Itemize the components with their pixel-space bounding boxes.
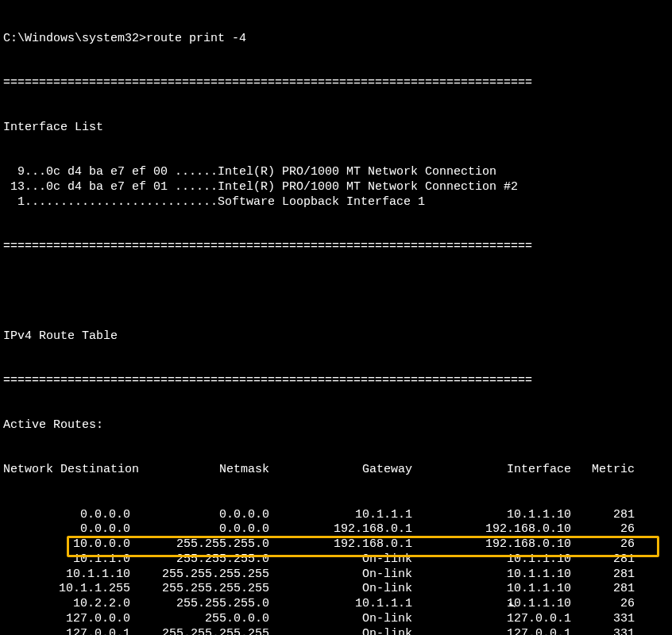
route-cell-m: 26 (579, 597, 643, 612)
route-cell-mask: 255.255.255.255 (138, 582, 277, 597)
route-cell-gw: 192.168.0.1 (277, 522, 420, 537)
route-cell-gw: On-link (277, 627, 420, 636)
route-cell-mask: 255.255.255.255 (138, 627, 277, 636)
route-cell-dest: 0.0.0.0 (3, 508, 138, 523)
route-cell-dest: 10.1.1.0 (3, 552, 138, 568)
route-cell-m: 281 (579, 552, 643, 568)
route-row: 10.2.2.0255.255.255.010.1.1.110.1.1.1026 (3, 597, 669, 612)
header-interface: Interface (420, 463, 579, 478)
route-cell-if: 192.168.0.10 (420, 537, 579, 552)
route-cell-if: 192.168.0.10 (420, 522, 579, 537)
route-cell-if: 10.1.1.10 (420, 552, 579, 568)
route-cell-mask: 255.255.255.0 (138, 597, 277, 612)
route-row: 127.0.0.0255.0.0.0On-link127.0.0.1331 (3, 612, 669, 627)
header-netmask: Netmask (138, 463, 277, 478)
route-cell-dest: 10.1.1.255 (3, 582, 138, 597)
route-cell-gw: On-link (277, 582, 420, 597)
route-cell-if: 10.1.1.10 (420, 597, 579, 612)
interface-list-title: Interface List (3, 121, 669, 136)
route-cell-mask: 255.0.0.0 (138, 612, 277, 627)
route-cell-dest: 127.0.0.0 (3, 612, 138, 627)
command-prompt-line: C:\Windows\system32>route print -4 (3, 32, 669, 47)
route-cell-dest: 10.0.0.0 (3, 537, 138, 552)
route-cell-gw: On-link (277, 568, 420, 583)
route-cell-if: 10.1.1.10 (420, 582, 579, 597)
route-row: 10.1.1.255255.255.255.255On-link10.1.1.1… (3, 582, 669, 597)
route-cell-gw: 10.1.1.1 (277, 597, 420, 612)
route-cell-if: 10.1.1.10 (420, 568, 579, 583)
interface-list-item: 9...0c d4 ba e7 ef 00 ......Intel(R) PRO… (3, 165, 669, 180)
separator-line: ========================================… (3, 374, 669, 389)
route-row: 0.0.0.00.0.0.0192.168.0.1192.168.0.1026 (3, 522, 669, 537)
route-cell-dest: 10.1.1.10 (3, 568, 138, 583)
interface-list-item: 1...........................Software Loo… (3, 195, 669, 210)
route-cell-m: 26 (579, 537, 643, 552)
route-table-title: IPv4 Route Table (3, 329, 669, 344)
route-table-body: 0.0.0.00.0.0.010.1.1.110.1.1.102810.0.0.… (3, 508, 669, 636)
header-metric: Metric (579, 463, 643, 478)
blank-line (3, 284, 669, 299)
interface-list: 9...0c d4 ba e7 ef 00 ......Intel(R) PRO… (3, 165, 669, 210)
route-cell-mask: 255.255.255.0 (138, 552, 277, 568)
route-row: 10.1.1.10255.255.255.255On-link10.1.1.10… (3, 568, 669, 583)
route-cell-if: 127.0.0.1 (420, 612, 579, 627)
route-cell-gw: 192.168.0.1 (277, 537, 420, 552)
route-cell-mask: 255.255.255.0 (138, 537, 277, 552)
route-row: 10.0.0.0255.255.255.0192.168.0.1192.168.… (3, 537, 669, 552)
route-cell-mask: 255.255.255.255 (138, 568, 277, 583)
header-gateway: Gateway (277, 463, 420, 478)
route-cell-m: 281 (579, 582, 643, 597)
separator-line: ========================================… (3, 76, 669, 91)
route-cell-dest: 127.0.0.1 (3, 627, 138, 636)
route-cell-m: 331 (579, 612, 643, 627)
route-row: 0.0.0.00.0.0.010.1.1.110.1.1.10281 (3, 508, 669, 523)
route-row: 127.0.0.1255.255.255.255On-link127.0.0.1… (3, 627, 669, 636)
route-table-header: Network Destination Netmask Gateway Inte… (3, 463, 669, 478)
route-cell-gw: 10.1.1.1 (277, 508, 420, 523)
route-row: 10.1.1.0255.255.255.0On-link10.1.1.10281 (3, 552, 669, 568)
route-cell-if: 127.0.0.1 (420, 627, 579, 636)
route-cell-m: 281 (579, 508, 643, 523)
route-cell-mask: 0.0.0.0 (138, 522, 277, 537)
route-cell-dest: 10.2.2.0 (3, 597, 138, 612)
route-cell-m: 281 (579, 568, 643, 583)
route-cell-m: 26 (579, 522, 643, 537)
route-cell-if: 10.1.1.10 (420, 508, 579, 523)
header-destination: Network Destination (3, 463, 138, 478)
route-cell-m: 331 (579, 627, 643, 636)
active-routes-title: Active Routes: (3, 418, 669, 433)
terminal-output: C:\Windows\system32>route print -4 =====… (0, 0, 672, 635)
route-cell-dest: 0.0.0.0 (3, 522, 138, 537)
route-cell-mask: 0.0.0.0 (138, 508, 277, 523)
route-cell-gw: On-link (277, 552, 420, 568)
interface-list-item: 13...0c d4 ba e7 ef 01 ......Intel(R) PR… (3, 180, 669, 195)
separator-line: ========================================… (3, 240, 669, 255)
route-cell-gw: On-link (277, 612, 420, 627)
